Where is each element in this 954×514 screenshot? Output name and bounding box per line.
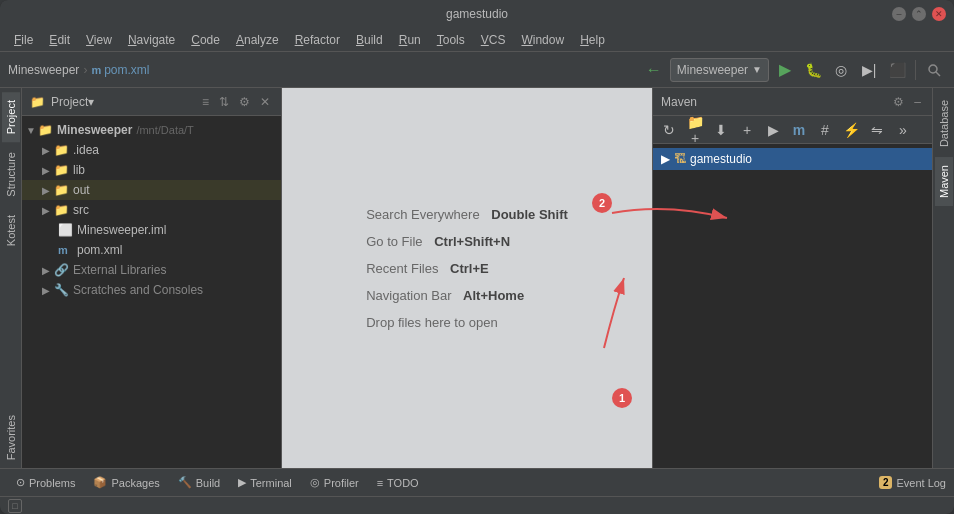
run-button[interactable]: ▶ xyxy=(773,58,797,82)
tree-item-lib[interactable]: ▶ 📁 lib xyxy=(22,160,281,180)
maven-settings-button[interactable]: ⚙ xyxy=(890,94,907,110)
menu-help[interactable]: Help xyxy=(574,31,611,49)
folder-icon: 📁 xyxy=(54,183,70,197)
status-checkbox[interactable]: □ xyxy=(8,499,22,513)
folder-icon: 📁 xyxy=(54,143,70,157)
sidebar-tab-structure[interactable]: Structure xyxy=(2,144,20,205)
tree-label: .idea xyxy=(73,143,99,157)
sidebar-tab-kotest[interactable]: Kotest xyxy=(2,207,20,254)
app-window: gamestudio – ⌃ ✕ File Edit View Navigate… xyxy=(0,0,954,514)
menu-view[interactable]: View xyxy=(80,31,118,49)
bottom-tab-packages[interactable]: 📦 Packages xyxy=(85,472,167,494)
event-log-label[interactable]: Event Log xyxy=(896,477,946,489)
event-log-badge: 2 xyxy=(879,476,893,489)
menu-build[interactable]: Build xyxy=(350,31,389,49)
right-tab-maven[interactable]: Maven xyxy=(935,157,953,206)
maven-execute-button[interactable]: ▶ xyxy=(761,118,785,142)
maven-more-button[interactable]: » xyxy=(891,118,915,142)
profile-button[interactable]: ◎ xyxy=(829,58,853,82)
tree-label: Scratches and Consoles xyxy=(73,283,203,297)
minimize-button[interactable]: – xyxy=(892,7,906,21)
tree-item-out[interactable]: ▶ 📁 out xyxy=(22,180,281,200)
todo-icon: ≡ xyxy=(377,477,383,489)
maven-m-button[interactable]: m xyxy=(787,118,811,142)
search-everywhere-button[interactable] xyxy=(922,58,946,82)
editor-area: Search Everywhere Double Shift Go to Fil… xyxy=(282,88,652,468)
tree-item-idea[interactable]: ▶ 📁 .idea xyxy=(22,140,281,160)
tree-label: pom.xml xyxy=(77,243,122,257)
project-panel: 📁 Project▾ ≡ ⇅ ⚙ ✕ ▼ 📁 Minesweeper /mnt/… xyxy=(22,88,282,468)
debug-button[interactable]: 🐛 xyxy=(801,58,825,82)
more-run-options[interactable]: ▶| xyxy=(857,58,881,82)
menu-window[interactable]: Window xyxy=(515,31,570,49)
stop-button[interactable]: ⬛ xyxy=(885,58,909,82)
expand-button[interactable]: ⇅ xyxy=(216,94,232,110)
close-panel-button[interactable]: ✕ xyxy=(257,94,273,110)
profiler-icon: ◎ xyxy=(310,476,320,489)
problems-icon: ⊙ xyxy=(16,476,25,489)
collapse-all-button[interactable]: ≡ xyxy=(199,94,212,110)
annotation-badge-1: 1 xyxy=(612,388,632,408)
main-area: Project Structure Kotest Favorites 📁 Pro… xyxy=(0,88,954,468)
gear-icon[interactable]: ⚙ xyxy=(236,94,253,110)
sidebar-tab-project[interactable]: Project xyxy=(2,92,20,142)
menu-file[interactable]: File xyxy=(8,31,39,49)
bottom-tab-problems[interactable]: ⊙ Problems xyxy=(8,472,83,494)
breadcrumb-file[interactable]: m pom.xml xyxy=(91,63,149,77)
bottom-tab-profiler[interactable]: ◎ Profiler xyxy=(302,472,367,494)
maximize-button[interactable]: ⌃ xyxy=(912,7,926,21)
tree-item-scratches[interactable]: ▶ 🔧 Scratches and Consoles xyxy=(22,280,281,300)
left-sidebar-tabs: Project Structure Kotest Favorites xyxy=(0,88,22,468)
bottom-tab-terminal[interactable]: ▶ Terminal xyxy=(230,472,300,494)
right-tab-database[interactable]: Database xyxy=(935,92,953,155)
config-name: Minesweeper xyxy=(677,63,748,77)
dropdown-arrow-icon: ▼ xyxy=(752,64,762,75)
maven-add-button[interactable]: 📁+ xyxy=(683,118,707,142)
bottom-tab-todo[interactable]: ≡ TODO xyxy=(369,472,427,494)
file-icon-iml: ⬜ xyxy=(58,223,74,237)
back-button[interactable]: ← xyxy=(642,58,666,82)
tree-item-pom[interactable]: m pom.xml xyxy=(22,240,281,260)
goto-file-hint: Go to File Ctrl+Shift+N xyxy=(366,234,510,249)
tree-item-root[interactable]: ▼ 📁 Minesweeper /mnt/Data/T xyxy=(22,120,281,140)
annotation-badge-2: 2 xyxy=(592,193,612,213)
panel-header-actions: ≡ ⇅ ⚙ ✕ xyxy=(199,94,273,110)
close-button[interactable]: ✕ xyxy=(932,7,946,21)
file-type-icon: m xyxy=(91,64,101,76)
window-title: gamestudio xyxy=(446,7,508,21)
maven-skip-button[interactable]: # xyxy=(813,118,837,142)
maven-lightning-button[interactable]: ⚡ xyxy=(839,118,863,142)
breadcrumb: Minesweeper › m pom.xml xyxy=(8,63,638,77)
bottom-tab-problems-label: Problems xyxy=(29,477,75,489)
breadcrumb-project[interactable]: Minesweeper xyxy=(8,63,79,77)
menu-refactor[interactable]: Refactor xyxy=(289,31,346,49)
bottom-tab-build[interactable]: 🔨 Build xyxy=(170,472,228,494)
tree-item-ext-libs[interactable]: ▶ 🔗 External Libraries xyxy=(22,260,281,280)
tree-item-iml[interactable]: ⬜ Minesweeper.iml xyxy=(22,220,281,240)
maven-settings2-button[interactable]: ⇋ xyxy=(865,118,889,142)
file-tree: ▼ 📁 Minesweeper /mnt/Data/T ▶ 📁 .idea ▶ … xyxy=(22,116,281,468)
menu-run[interactable]: Run xyxy=(393,31,427,49)
terminal-icon: ▶ xyxy=(238,476,246,489)
menu-navigate[interactable]: Navigate xyxy=(122,31,181,49)
maven-minimize-button[interactable]: – xyxy=(911,94,924,110)
run-config-dropdown[interactable]: Minesweeper ▼ xyxy=(670,58,769,82)
maven-download-button[interactable]: ⬇ xyxy=(709,118,733,142)
tree-path: /mnt/Data/T xyxy=(136,124,193,136)
menu-analyze[interactable]: Analyze xyxy=(230,31,285,49)
project-panel-header: 📁 Project▾ ≡ ⇅ ⚙ ✕ xyxy=(22,88,281,116)
tree-arrow-icon: ▶ xyxy=(42,285,54,296)
menu-vcs[interactable]: VCS xyxy=(475,31,512,49)
maven-run-button[interactable]: + xyxy=(735,118,759,142)
maven-item-gamestudio[interactable]: ▶ 🏗 gamestudio xyxy=(653,148,932,170)
menu-edit[interactable]: Edit xyxy=(43,31,76,49)
maven-toolbar: ↻ 📁+ ⬇ + ▶ m # ⚡ ⇋ » xyxy=(653,116,932,144)
tree-item-src[interactable]: ▶ 📁 src xyxy=(22,200,281,220)
tree-arrow-icon: ▶ xyxy=(42,165,54,176)
maven-panel: Maven ⚙ – ↻ 📁+ ⬇ + ▶ m # ⚡ ⇋ » ▶ 🏗 xyxy=(652,88,932,468)
sidebar-tab-favorites[interactable]: Favorites xyxy=(2,407,20,468)
menu-tools[interactable]: Tools xyxy=(431,31,471,49)
maven-refresh-button[interactable]: ↻ xyxy=(657,118,681,142)
menu-code[interactable]: Code xyxy=(185,31,226,49)
title-bar: gamestudio – ⌃ ✕ xyxy=(0,0,954,28)
